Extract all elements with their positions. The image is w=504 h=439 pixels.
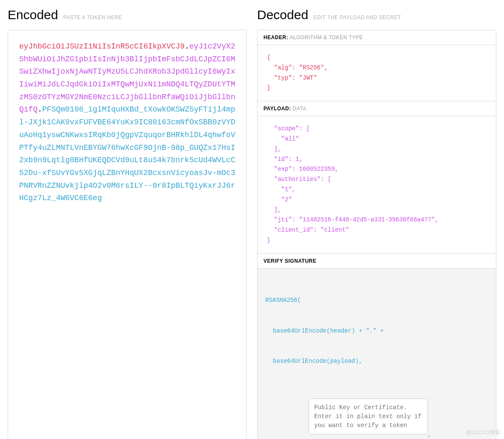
signature-encode-payload-line: base64UrlEncode(payload), bbox=[265, 356, 488, 367]
encoded-title: Encoded bbox=[8, 8, 58, 22]
decoded-title: Decoded bbox=[257, 8, 308, 22]
payload-section-label: PAYLOAD: bbox=[263, 106, 291, 112]
encoded-panel: eyJhbGciOiJSUzI1NiIsInR5cCI6IkpXVCJ9.eyJ… bbox=[8, 30, 247, 439]
encoded-token-input[interactable]: eyJhbGciOiJSUzI1NiIsInR5cCI6IkpXVCJ9.eyJ… bbox=[8, 30, 246, 439]
signature-encode-header-line: base64UrlEncode(header) + "." + bbox=[265, 326, 488, 336]
decoded-subtitle: EDIT THE PAYLOAD AND SECRET bbox=[313, 14, 401, 20]
token-payload-segment: eyJ1c2VyX25hbWUiOiJhZG1pbiIsInNjb3BlIjpb… bbox=[19, 42, 235, 114]
signature-section-header: VERIFY SIGNATURE bbox=[258, 253, 496, 269]
header-section-sublabel: ALGORITHM & TOKEN TYPE bbox=[289, 34, 363, 40]
signature-body: RSASHA256( base64UrlEncode(header) + "."… bbox=[258, 269, 496, 439]
token-signature-segment: PFSQm0106_iglMIquHXBd_tXowkOKSWZ5yFTijl4… bbox=[19, 105, 235, 202]
decoded-column: Decoded EDIT THE PAYLOAD AND SECRET HEAD… bbox=[257, 8, 496, 439]
signature-section-label: VERIFY SIGNATURE bbox=[263, 258, 316, 264]
watermark-text: @51CTO博客 bbox=[466, 429, 501, 436]
signature-comma: , bbox=[428, 431, 431, 438]
payload-section-header: PAYLOAD: DATA bbox=[258, 101, 496, 116]
header-section-header: HEADER: ALGORITHM & TOKEN TYPE bbox=[258, 30, 496, 45]
signature-algo-line: RSASHA256( bbox=[265, 296, 488, 306]
encoded-title-row: Encoded PASTE A TOKEN HERE bbox=[8, 8, 247, 22]
encoded-column: Encoded PASTE A TOKEN HERE eyJhbGciOiJSU… bbox=[8, 8, 247, 439]
header-json-editor[interactable]: { "alg": "RS256", "typ": "JWT" } bbox=[258, 45, 496, 101]
payload-section-sublabel: DATA bbox=[293, 106, 306, 112]
header-section-label: HEADER: bbox=[263, 34, 288, 40]
public-key-input[interactable] bbox=[309, 399, 428, 434]
token-header-segment: eyJhbGciOiJSUzI1NiIsInR5cCI6IkpXVCJ9 bbox=[19, 42, 185, 51]
encoded-subtitle: PASTE A TOKEN HERE bbox=[63, 14, 122, 20]
decoded-panel: HEADER: ALGORITHM & TOKEN TYPE { "alg": … bbox=[257, 30, 496, 439]
decoded-title-row: Decoded EDIT THE PAYLOAD AND SECRET bbox=[257, 8, 496, 22]
payload-json-editor[interactable]: "scope": [ "all" ], "id": 1, "exp": 1600… bbox=[258, 116, 496, 253]
